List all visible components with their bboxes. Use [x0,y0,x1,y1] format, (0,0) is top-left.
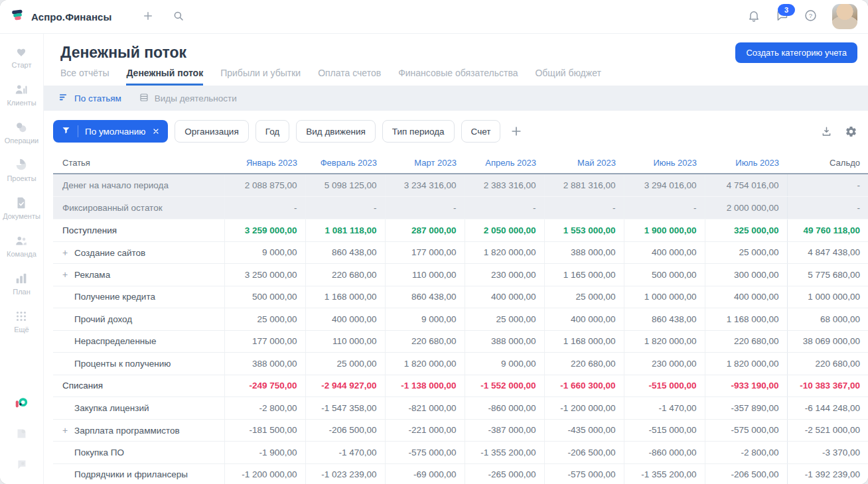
subtab-0[interactable]: По статьям [58,92,121,105]
row-label-text: Проценты к получению [74,359,171,369]
column-header-month[interactable]: Май 2023 [544,152,624,174]
sidebar-item-plan[interactable]: План [3,271,40,296]
row-label-text: Поступления [62,225,117,235]
filter-chip-4[interactable]: Счет [461,120,501,143]
cell-value: 2 000 000,00 [705,197,787,219]
download-icon[interactable] [820,125,833,138]
column-header-month[interactable]: Апрель 2023 [465,152,544,174]
cell-value: - [465,197,544,219]
add-filter-icon[interactable] [510,125,523,138]
table-row: Списания-249 750,00-2 944 927,00-1 138 0… [53,375,868,397]
cell-value: 3 250 000,00 [224,264,305,286]
chat-button[interactable]: 3 [775,9,789,25]
sidebar-item-operations[interactable]: Операции [3,120,40,145]
notifications-button[interactable] [747,9,760,25]
row-label-text: Денег на начало периода [62,180,169,190]
tab-0[interactable]: Все отчёты [60,68,109,86]
app-grayscale-icon-1[interactable] [14,426,30,442]
expand-icon[interactable]: + [62,425,74,436]
sidebar-item-team[interactable]: Команда [3,233,40,258]
create-category-button[interactable]: Создать категорию учета [735,42,857,63]
sidebar-item-projects[interactable]: Проекты [3,158,40,182]
cell-value: 400 000,00 [465,286,544,308]
table-row: Подрядчики и фрилансеры-1 200 000,00-1 0… [53,463,868,484]
cell-value: -1 200 000,00 [224,463,305,484]
tab-2[interactable]: Прибыли и убытки [220,68,301,86]
sidebar-item-label: Ещё [14,326,29,333]
row-label[interactable]: +Реклама [53,264,224,286]
cell-value: 500 000,00 [224,286,305,308]
row-label: Нераспределенные [53,330,224,353]
cell-value: -1 138 000,00 [385,375,465,397]
tab-3[interactable]: Оплата счетов [318,68,381,86]
column-header-saldo: Сальдо [787,152,868,174]
aspro-apps-icon[interactable] [14,396,30,412]
help-button[interactable]: ? [804,9,818,25]
row-label-text: Нераспределенные [74,336,157,346]
row-label: Фиксированный остаток [53,197,224,219]
cell-value: - [305,197,385,219]
close-icon[interactable] [152,127,160,135]
expand-icon[interactable]: + [62,269,74,280]
tab-5[interactable]: Общий бюджет [535,68,601,86]
table-header-row: СтатьяЯнварь 2023Февраль 2023Март 2023Ап… [53,152,868,174]
cell-saldo: 4 847 438,00 [787,241,868,264]
filter-preset-button[interactable]: По умолчанию [53,120,168,143]
sidebar-item-label: План [13,288,31,296]
subtab-label: По статьям [74,93,121,103]
cell-value: 1 820 000,00 [705,353,787,375]
bell-icon [747,9,760,25]
row-label[interactable]: +Создание сайтов [53,241,224,264]
tab-4[interactable]: Финансовые обязательства [398,68,518,86]
filter-preset-label: По умолчанию [85,127,145,137]
table-row: Нераспределенные177 000,00110 000,00220 … [53,330,868,353]
sort-lines-icon [58,92,69,105]
app-window: Аспро.Финансы [0,0,868,484]
cell-value: 9 000,00 [224,241,305,264]
column-header-month[interactable]: Июль 2023 [705,152,787,174]
cell-value: 3 234 316,00 [385,174,465,197]
sidebar-item-label: Проекты [7,174,36,182]
column-header-month[interactable]: Февраль 2023 [305,152,385,174]
expand-icon[interactable]: + [62,247,74,258]
cell-value: 1 000 000,00 [624,286,705,308]
cell-value: 860 438,00 [305,241,385,264]
cell-value: 325 000,00 [705,219,787,242]
cell-value: 1 081 118,00 [305,219,385,242]
sidebar-item-start[interactable]: Старт [3,44,40,69]
filter-chip-1[interactable]: Год [255,120,290,143]
search-button[interactable] [173,10,184,24]
cell-value: 3 259 000,00 [224,219,305,242]
sidebar-item-clients[interactable]: Клиенты [3,82,40,107]
subtab-1[interactable]: Виды деятельности [139,92,237,105]
cell-value: 388 000,00 [224,353,305,375]
cell-value: 220 680,00 [385,330,465,353]
tab-1[interactable]: Денежный поток [126,68,203,86]
sidebar-item-documents[interactable]: Документы [3,196,40,220]
column-header-month[interactable]: Январь 2023 [224,152,305,174]
row-label[interactable]: +Зарплата программистов [53,419,224,442]
user-avatar[interactable] [832,4,857,29]
cell-value: -2 800,00 [224,397,305,420]
app-grayscale-icon-2[interactable] [14,457,30,473]
cell-value: 1 168 000,00 [544,330,624,353]
column-header-month[interactable]: Июнь 2023 [624,152,705,174]
clients-icon [14,82,29,97]
add-button[interactable] [142,10,154,24]
cell-value: -575 000,00 [705,419,787,442]
brand-name: Аспро.Финансы [31,11,111,23]
row-label: Проценты к получению [53,353,224,375]
cell-value: -1 660 300,00 [544,375,624,397]
filter-chip-0[interactable]: Организация [175,120,248,143]
cell-value: 1 165 000,00 [544,264,624,286]
table-row: Проценты к получению388 000,0025 000,001… [53,353,868,375]
cell-value: - [544,197,624,219]
rows-icon [139,92,149,105]
gear-icon[interactable] [845,125,857,138]
sidebar-item-more[interactable]: Ещё [3,309,40,333]
filter-chip-2[interactable]: Вид движения [296,120,376,143]
column-header-month[interactable]: Март 2023 [385,152,465,174]
filter-chip-3[interactable]: Тип периода [382,120,455,143]
cell-saldo: -2 521 000,00 [787,419,868,442]
filter-bar: По умолчанию ОрганизацияГодВид движенияТ… [44,111,868,152]
